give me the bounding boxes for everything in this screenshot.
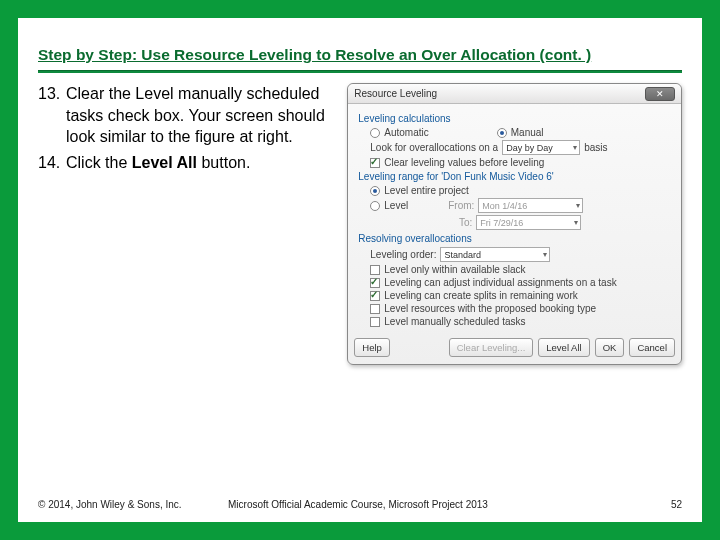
section-leveling-calculations: Leveling calculations [358, 113, 671, 124]
step-text: Click the Level All button. [66, 152, 333, 174]
manual-label: Manual [511, 127, 544, 138]
step-13: 13. Clear the Level manually scheduled t… [38, 83, 333, 148]
ok-button[interactable]: OK [595, 338, 625, 357]
opt-adjust-label: Leveling can adjust individual assignmen… [384, 277, 616, 288]
dialog-title: Resource Leveling [354, 88, 645, 99]
opt-adjust-checkbox[interactable] [370, 278, 380, 288]
clear-values-checkbox[interactable] [370, 158, 380, 168]
footer-course: Microsoft Official Academic Course, Micr… [228, 499, 671, 510]
manual-radio[interactable] [497, 128, 507, 138]
step-number: 14. [38, 152, 66, 174]
content-row: 13. Clear the Level manually scheduled t… [38, 83, 682, 365]
step-number: 13. [38, 83, 66, 148]
level-entire-row: Level entire project [370, 185, 671, 196]
close-icon[interactable]: ✕ [645, 87, 675, 101]
clear-leveling-button[interactable]: Clear Leveling... [449, 338, 534, 357]
overallocation-basis-row: Look for overallocations on a Day by Day… [370, 140, 671, 155]
automatic-radio[interactable] [370, 128, 380, 138]
to-date-field[interactable]: Fri 7/29/16 [476, 215, 581, 230]
footer-page: 52 [671, 499, 682, 510]
opt-slack-label: Level only within available slack [384, 264, 525, 275]
clear-values-row: Clear leveling values before leveling [370, 157, 671, 168]
help-button[interactable]: Help [354, 338, 390, 357]
leveling-order-row: Leveling order: Standard [370, 247, 671, 262]
opt-splits-checkbox[interactable] [370, 291, 380, 301]
dialog-button-row: Help Clear Leveling... Level All OK Canc… [348, 333, 681, 364]
slide-footer: © 2014, John Wiley & Sons, Inc. Microsof… [38, 499, 682, 510]
step-text-bold: Level All [132, 154, 197, 171]
level-from-row: Level From: Mon 1/4/16 [370, 198, 671, 213]
step-text-c: button. [197, 154, 250, 171]
opt-booking-row: Level resources with the proposed bookin… [370, 303, 671, 314]
opt-splits-row: Leveling can create splits in remaining … [370, 290, 671, 301]
opt-booking-checkbox[interactable] [370, 304, 380, 314]
section-leveling-range: Leveling range for 'Don Funk Music Video… [358, 171, 671, 182]
opt-adjust-row: Leveling can adjust individual assignmen… [370, 277, 671, 288]
automatic-label: Automatic [384, 127, 428, 138]
slide-title: Step by Step: Use Resource Leveling to R… [38, 46, 682, 64]
dialog-titlebar: Resource Leveling ✕ [348, 84, 681, 104]
opt-splits-label: Leveling can create splits in remaining … [384, 290, 577, 301]
clear-values-label: Clear leveling values before leveling [384, 157, 544, 168]
step-text: Clear the Level manually scheduled tasks… [66, 83, 333, 148]
steps-list: 13. Clear the Level manually scheduled t… [38, 83, 333, 177]
level-entire-radio[interactable] [370, 186, 380, 196]
order-combo[interactable]: Standard [440, 247, 550, 262]
cancel-button[interactable]: Cancel [629, 338, 675, 357]
level-range-radio[interactable] [370, 201, 380, 211]
level-all-button[interactable]: Level All [538, 338, 589, 357]
opt-slack-row: Level only within available slack [370, 264, 671, 275]
opt-slack-checkbox[interactable] [370, 265, 380, 275]
level-to-row: To: Fri 7/29/16 [438, 215, 671, 230]
from-label: From: [440, 200, 474, 211]
slide: Step by Step: Use Resource Leveling to R… [18, 18, 702, 522]
from-date-field[interactable]: Mon 1/4/16 [478, 198, 583, 213]
title-rule [38, 70, 682, 73]
level-entire-label: Level entire project [384, 185, 469, 196]
step-text-a: Click the [66, 154, 132, 171]
order-label: Leveling order: [370, 249, 436, 260]
step-14: 14. Click the Level All button. [38, 152, 333, 174]
dialog-body: Leveling calculations Automatic Manual L… [348, 104, 681, 333]
footer-copyright: © 2014, John Wiley & Sons, Inc. [38, 499, 228, 510]
basis-combo[interactable]: Day by Day [502, 140, 580, 155]
opt-manual-checkbox[interactable] [370, 317, 380, 327]
look-for-label: Look for overallocations on a [370, 142, 498, 153]
calc-mode-row: Automatic Manual [370, 127, 671, 138]
section-resolving: Resolving overallocations [358, 233, 671, 244]
resource-leveling-dialog: Resource Leveling ✕ Leveling calculation… [347, 83, 682, 365]
opt-manual-label: Level manually scheduled tasks [384, 316, 525, 327]
opt-manual-row: Level manually scheduled tasks [370, 316, 671, 327]
basis-suffix: basis [584, 142, 607, 153]
to-label: To: [438, 217, 472, 228]
opt-booking-label: Level resources with the proposed bookin… [384, 303, 596, 314]
level-label: Level [384, 200, 436, 211]
